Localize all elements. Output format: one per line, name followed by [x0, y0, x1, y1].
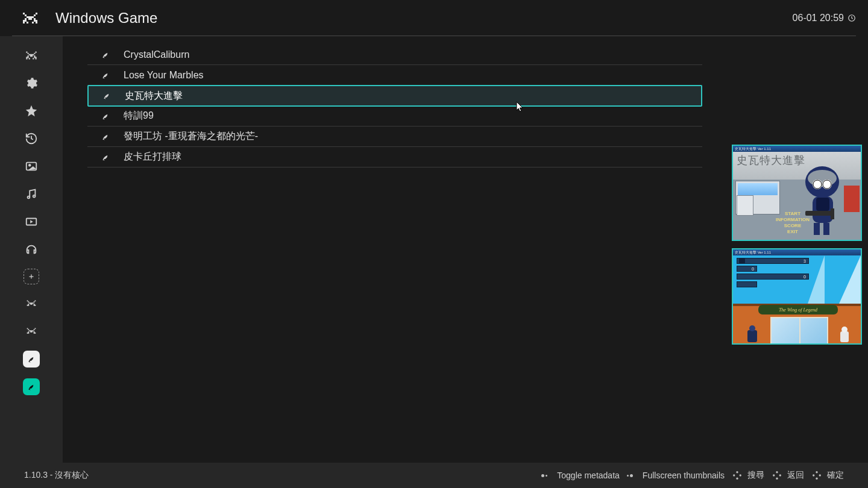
svg-point-26 [816, 471, 817, 473]
hint-toggle-metadata[interactable]: Toggle metadata [541, 471, 620, 480]
footer: 1.10.3 - 沒有核心 Toggle metadata Fullscreen… [0, 463, 868, 488]
hint-label: Fullscreen thumbnails [643, 471, 725, 480]
svg-rect-17 [823, 223, 829, 235]
svg-rect-15 [831, 208, 834, 219]
svg-point-8 [813, 180, 822, 189]
svg-point-29 [819, 474, 821, 476]
rocket-icon [101, 50, 110, 60]
game-row[interactable]: Lose Your Marbles [87, 65, 702, 86]
clock-icon [848, 14, 856, 22]
svg-point-7 [808, 170, 837, 187]
preview-character [796, 164, 846, 236]
svg-point-19 [736, 478, 738, 480]
sidebar-item-launcher-active[interactable] [23, 378, 40, 395]
sidebar-item-system-a[interactable] [23, 295, 40, 312]
svg-point-9 [822, 180, 832, 189]
game-row[interactable]: 特訓99 [87, 106, 702, 127]
hint-label: 確定 [827, 470, 844, 481]
sidebar-item-launcher-white[interactable] [23, 351, 40, 368]
hint-confirm[interactable]: 確定 [811, 470, 844, 481]
game-label: 皮卡丘打排球 [124, 151, 181, 163]
svg-point-25 [779, 474, 781, 476]
button-hint-icon [541, 473, 552, 478]
game-row[interactable]: 皮卡丘打排球 [87, 147, 702, 167]
sidebar-item-history[interactable] [23, 130, 40, 147]
svg-rect-16 [814, 223, 820, 235]
rocket-icon [101, 70, 110, 80]
game-list: CrystalCaliburn Lose Your Marbles 史瓦特大進擊… [87, 45, 702, 167]
game-label: 發明工坊 -重現蒼海之都的光芒- [124, 130, 258, 143]
svg-point-27 [816, 478, 817, 480]
dpad-icon [732, 470, 743, 481]
svg-point-4 [33, 195, 36, 198]
preview-thumbnail-screenshot[interactable]: 史瓦特大進擊 Ver 1.11 3 0 0 The Wing of Legend [732, 248, 862, 345]
rocket-icon [101, 132, 110, 142]
rocket-icon [101, 111, 110, 121]
hint-back[interactable]: 返回 [772, 470, 804, 481]
sidebar-item-images[interactable] [23, 158, 40, 175]
svg-rect-13 [816, 198, 829, 211]
svg-point-2 [29, 164, 31, 166]
version-text: 1.10.3 - 沒有核心 [24, 470, 89, 481]
sidebar-item-netplay[interactable] [23, 241, 40, 258]
button-hint-icon [627, 473, 638, 478]
sidebar-item-settings[interactable] [23, 75, 40, 92]
hint-label: Toggle metadata [557, 471, 620, 480]
preview-window-titlebar: 史瓦特大進擊 Ver 1.11 [733, 249, 861, 255]
game-row[interactable]: 發明工坊 -重現蒼海之都的光芒- [87, 127, 702, 147]
hint-label: 返回 [787, 470, 804, 481]
preview-hud: 3 0 0 [737, 258, 809, 289]
svg-point-24 [773, 474, 775, 476]
sidebar-item-music[interactable] [23, 186, 40, 202]
preview-window-titlebar: 史瓦特大進擊 Ver 1.11 [733, 146, 861, 152]
preview-thumbnail-title[interactable]: 史瓦特大進擊 Ver 1.11 史瓦特大進擊 START INFORMATION… [732, 145, 862, 241]
logo-invader-icon [19, 7, 41, 29]
svg-point-3 [28, 196, 30, 199]
hint-label: 搜尋 [747, 470, 764, 481]
svg-point-28 [813, 474, 814, 476]
rocket-icon [101, 152, 110, 162]
sidebar-item-invader[interactable] [23, 47, 40, 64]
svg-rect-14 [805, 211, 832, 216]
sidebar [0, 36, 63, 463]
game-label: 史瓦特大進擊 [125, 90, 183, 102]
dpad-icon [772, 470, 782, 481]
sidebar-item-favorites[interactable] [23, 102, 40, 119]
hint-search[interactable]: 搜尋 [732, 470, 764, 481]
svg-point-21 [740, 474, 741, 476]
clock-text: 06-01 20:59 [793, 13, 844, 23]
rocket-icon [102, 91, 112, 101]
preview-shop-sign: The Wing of Legend [758, 305, 838, 314]
sidebar-item-system-b[interactable] [23, 323, 40, 340]
game-row[interactable]: CrystalCaliburn [87, 45, 702, 65]
svg-point-23 [776, 478, 778, 480]
preview-panel: 史瓦特大進擊 Ver 1.11 史瓦特大進擊 START INFORMATION… [732, 145, 862, 345]
game-row-selected[interactable]: 史瓦特大進擊 [87, 85, 702, 107]
header: Windows Game 06-01 20:59 [12, 0, 856, 36]
preview-title-overlay: 史瓦特大進擊 [737, 153, 805, 167]
game-label: CrystalCaliburn [124, 49, 189, 60]
svg-point-18 [736, 471, 738, 473]
dpad-icon [811, 470, 822, 481]
page-title: Windows Game [55, 10, 157, 27]
clock: 06-01 20:59 [793, 13, 856, 23]
game-label: Lose Your Marbles [124, 70, 204, 81]
svg-point-20 [733, 474, 735, 476]
hint-fullscreen-thumbs[interactable]: Fullscreen thumbnails [627, 471, 725, 480]
game-label: 特訓99 [124, 110, 154, 122]
sidebar-item-video[interactable] [23, 213, 40, 230]
sidebar-item-add[interactable] [24, 269, 39, 284]
svg-point-22 [776, 471, 778, 473]
